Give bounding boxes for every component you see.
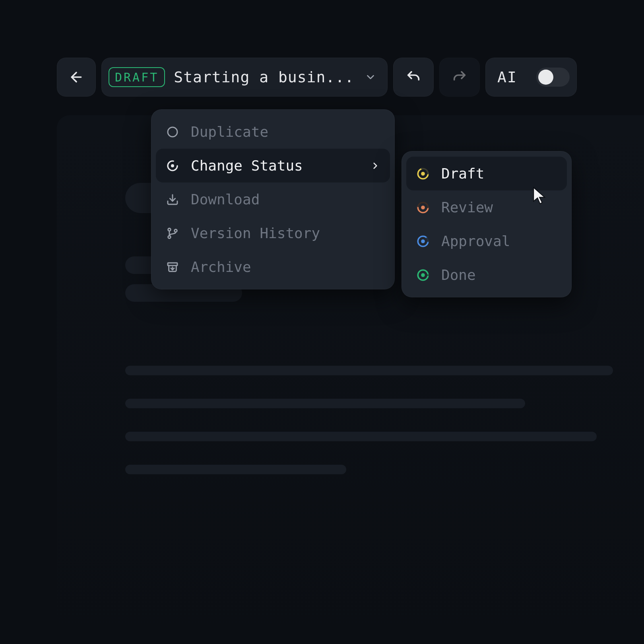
switch-knob (538, 70, 553, 85)
arrow-left-icon (68, 69, 84, 85)
status-submenu: Draft Review Approval Done (402, 151, 572, 297)
svg-point-16 (421, 239, 425, 243)
menu-label: Change Status (191, 157, 359, 174)
menu-label: Version History (191, 225, 380, 241)
chevron-right-icon (370, 161, 380, 171)
skeleton-line (125, 465, 346, 474)
toolbar: DRAFT Starting a busin... AI (57, 58, 577, 97)
download-icon (165, 192, 180, 207)
svg-point-19 (421, 273, 425, 277)
back-button[interactable] (57, 58, 96, 97)
skeleton-line (125, 399, 525, 408)
status-icon-review (416, 200, 430, 215)
redo-button[interactable] (439, 58, 480, 97)
undo-button[interactable] (393, 58, 434, 97)
svg-point-0 (168, 127, 177, 137)
branch-icon (165, 226, 180, 241)
circle-icon (165, 125, 180, 139)
document-title: Starting a busin... (174, 68, 354, 86)
status-label: Done (441, 267, 557, 283)
skeleton-line (125, 432, 597, 441)
svg-point-10 (421, 172, 425, 176)
undo-icon (405, 69, 421, 85)
status-option-draft[interactable]: Draft (406, 157, 567, 190)
chevron-down-icon (365, 71, 376, 83)
svg-point-13 (421, 206, 425, 209)
status-icon-draft (416, 167, 430, 181)
redo-icon (452, 69, 467, 85)
ai-toggle[interactable]: AI (485, 58, 577, 97)
status-option-approval[interactable]: Approval (406, 224, 567, 258)
document-selector[interactable]: DRAFT Starting a busin... (101, 58, 388, 97)
menu-version-history[interactable]: Version History (156, 216, 390, 250)
menu-download[interactable]: Download (156, 182, 390, 216)
status-badge: DRAFT (109, 67, 165, 87)
status-label: Review (441, 199, 557, 215)
switch-track (536, 68, 570, 87)
status-label: Approval (441, 233, 557, 249)
skeleton-line (125, 366, 613, 375)
status-option-done[interactable]: Done (406, 258, 567, 292)
menu-duplicate[interactable]: Duplicate (156, 115, 390, 149)
status-label: Draft (441, 165, 557, 182)
menu-label: Archive (191, 259, 380, 275)
menu-label: Download (191, 191, 380, 208)
document-menu: Duplicate Change Status Download Version… (151, 109, 395, 289)
ai-label: AI (497, 68, 517, 86)
target-icon (165, 159, 180, 173)
archive-icon (165, 260, 180, 274)
menu-archive[interactable]: Archive (156, 250, 390, 284)
status-option-review[interactable]: Review (406, 190, 567, 224)
svg-point-2 (171, 164, 174, 167)
status-icon-approval (416, 234, 430, 248)
menu-label: Duplicate (191, 124, 380, 140)
menu-change-status[interactable]: Change Status (156, 149, 390, 182)
status-icon-done (416, 268, 430, 282)
